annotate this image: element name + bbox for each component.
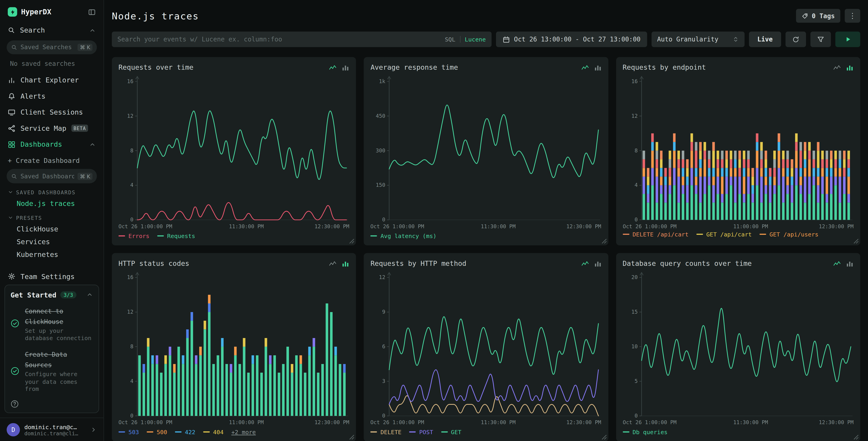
legend-swatch — [157, 235, 164, 236]
svg-text:12:30:00 PM: 12:30:00 PM — [818, 224, 854, 229]
get-started-item[interactable]: Create Data Sources Configure where your… — [10, 348, 93, 393]
line-chart-icon[interactable] — [833, 63, 841, 71]
legend-item[interactable]: Db queries — [623, 429, 668, 435]
user-account-row[interactable]: D dominic.tran@c… dominic.tran@cli… — [0, 417, 103, 441]
chevron-up-icon[interactable] — [89, 141, 96, 148]
panel-resize-handle[interactable] — [349, 435, 354, 440]
line-chart-icon[interactable] — [833, 260, 841, 267]
legend-item[interactable]: DELETE — [370, 429, 401, 435]
monitor-icon — [8, 109, 16, 116]
create-dashboard-button[interactable]: + Create Dashboard — [0, 153, 103, 167]
keyboard-shortcut-badge: ⌘ K — [78, 172, 92, 180]
get-started-title: Get Started — [10, 291, 56, 299]
panel-resize-handle[interactable] — [601, 239, 607, 244]
svg-text:12:30:00 PM: 12:30:00 PM — [566, 419, 601, 425]
legend-item[interactable]: GET — [441, 429, 462, 435]
event-search-box[interactable]: SQL Lucene — [112, 32, 491, 47]
line-chart-icon[interactable] — [581, 260, 589, 267]
get-started-item-title: Create Data Sources — [25, 351, 67, 369]
line-chart-icon[interactable] — [329, 260, 337, 267]
saved-dashboards-input[interactable]: ⌘ K — [7, 169, 97, 183]
legend-item[interactable]: Requests — [157, 233, 195, 239]
legend-item[interactable]: GET /api/cart — [696, 231, 752, 238]
live-button[interactable]: Live — [749, 32, 781, 47]
svg-text:3: 3 — [382, 378, 385, 384]
saved-dashboards-section-toggle[interactable]: SAVED DASHBOARDS — [0, 184, 103, 197]
chart-canvas[interactable]: 0481216Oct 26 1:00:00 PM11:00:00 PM12:30… — [623, 74, 854, 231]
legend-item[interactable]: Avg latency (ms) — [370, 233, 436, 239]
bar-chart-icon[interactable] — [594, 63, 601, 71]
bar-chart-icon[interactable] — [846, 260, 854, 267]
collapse-sidebar-icon[interactable] — [88, 8, 96, 16]
legend-item[interactable]: POST — [409, 429, 433, 435]
divider — [460, 36, 460, 42]
get-started-card: Get Started 3/3 Connect to ClickHouse Se… — [4, 285, 99, 413]
sidebar-item-service-map[interactable]: Service Map BETA — [0, 120, 103, 137]
line-chart-icon[interactable] — [581, 63, 589, 71]
help-icon[interactable] — [10, 400, 93, 408]
bar-chart-icon[interactable] — [342, 63, 349, 71]
svg-text:12: 12 — [379, 274, 385, 280]
sidebar-item-nodejs-traces[interactable]: Node.js traces — [0, 197, 103, 210]
panel-resize-handle[interactable] — [854, 435, 859, 440]
chart-svg: 01503004501kOct 26 1:00:00 PM11:30:00 PM… — [370, 74, 601, 231]
sidebar-item-client-sessions[interactable]: Client Sessions — [0, 104, 103, 120]
chevron-up-icon[interactable] — [86, 291, 93, 298]
sidebar-item-clickhouse[interactable]: ClickHouse — [0, 223, 103, 235]
sidebar-item-search[interactable]: Search — [0, 22, 103, 38]
legend-more-link[interactable]: +2 more — [231, 429, 256, 435]
sidebar-item-chart-explorer[interactable]: Chart Explorer — [0, 72, 103, 88]
svg-text:150: 150 — [376, 182, 385, 188]
saved-dashboards-field[interactable] — [21, 172, 74, 180]
bar-chart-icon[interactable] — [342, 260, 349, 267]
tags-button[interactable]: 0 Tags — [796, 9, 840, 23]
keyboard-shortcut-badge: ⌘ K — [78, 44, 92, 51]
chart-canvas[interactable]: 036912Oct 26 1:00:00 PM11:30:00 PM12:30:… — [370, 270, 601, 427]
sidebar-item-kubernetes[interactable]: Kubernetes — [0, 248, 103, 261]
section-label: SAVED DASHBOARDS — [16, 189, 75, 196]
legend-item[interactable]: DELETE /api/cart — [623, 231, 689, 238]
bar-chart-icon[interactable] — [594, 260, 601, 267]
run-query-button[interactable] — [835, 32, 860, 47]
panel-resize-handle[interactable] — [349, 239, 354, 244]
legend-swatch — [760, 234, 766, 235]
filter-button[interactable] — [810, 32, 831, 47]
chart-canvas[interactable]: 05101520Oct 26 1:00:00 PM11:30:00 PM12:3… — [623, 270, 854, 427]
user-name: dominic.tran@c… — [24, 423, 78, 430]
sidebar-item-services[interactable]: Services — [0, 235, 103, 248]
svg-text:4: 4 — [130, 378, 133, 384]
sidebar-item-team-settings[interactable]: Team Settings — [0, 269, 103, 285]
granularity-select[interactable]: Auto Granularity — [651, 32, 744, 47]
chart-canvas[interactable]: 01503004501kOct 26 1:00:00 PM11:30:00 PM… — [370, 74, 601, 231]
refresh-button[interactable] — [785, 32, 806, 47]
get-started-item[interactable]: Connect to ClickHouse Set up your databa… — [10, 305, 93, 342]
sidebar-item-dashboards[interactable]: Dashboards — [0, 137, 103, 153]
legend-item[interactable]: 503 — [118, 429, 139, 435]
panel-resize-handle[interactable] — [601, 435, 607, 440]
line-chart-icon[interactable] — [329, 63, 337, 71]
chart-canvas[interactable]: 0481216Oct 26 1:00:00 PM11:30:00 PM12:30… — [118, 74, 349, 231]
saved-searches-field[interactable] — [21, 44, 74, 51]
bar-chart-icon[interactable] — [846, 63, 854, 71]
sql-toggle[interactable]: SQL — [445, 36, 456, 42]
legend-item[interactable]: GET /api/users — [760, 231, 818, 238]
panel-resize-handle[interactable] — [854, 239, 859, 244]
date-range-picker[interactable]: Oct 26 13:00:00 - Oct 27 13:00:00 — [496, 32, 647, 47]
more-menu-button[interactable]: ⋮ — [845, 9, 860, 23]
legend-item[interactable]: Errors — [118, 233, 149, 239]
svg-text:450: 450 — [376, 113, 385, 119]
legend-item[interactable]: 422 — [175, 429, 195, 435]
lucene-toggle[interactable]: Lucene — [465, 36, 486, 42]
legend-swatch — [623, 234, 629, 235]
event-search-input[interactable] — [117, 35, 440, 43]
saved-searches-input[interactable]: ⌘ K — [7, 40, 97, 54]
avatar: D — [7, 423, 20, 436]
legend-item[interactable]: 404 — [203, 429, 224, 435]
chevron-up-icon[interactable] — [89, 27, 96, 33]
sidebar-item-alerts[interactable]: Alerts — [0, 88, 103, 104]
legend-swatch — [118, 235, 125, 236]
presets-section-toggle[interactable]: PRESETS — [0, 210, 103, 223]
svg-text:Oct 26 1:00:00 PM: Oct 26 1:00:00 PM — [623, 224, 676, 229]
legend-item[interactable]: 500 — [147, 429, 167, 435]
chart-canvas[interactable]: 0481216Oct 26 1:00:00 PM11:00:00 PM12:30… — [118, 270, 349, 427]
